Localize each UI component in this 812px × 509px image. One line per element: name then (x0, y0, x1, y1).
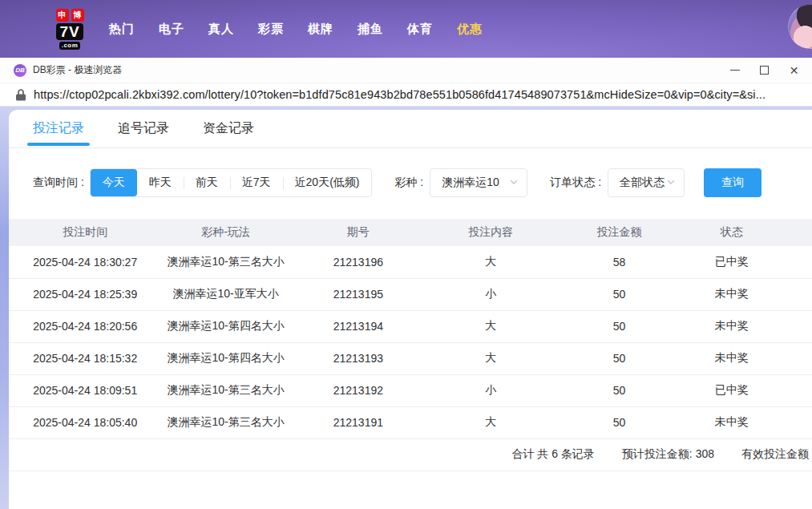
time-filter-group: 今天昨天前天近7天近20天(低频) (90, 168, 373, 197)
issue-cell: 21213192 (290, 374, 426, 406)
summary-total: 合计 共 6 条记录 (511, 447, 594, 462)
amount-cell: 58 (555, 246, 683, 278)
screen: 申 博 7V .com 热门电子真人彩票棋牌捕鱼体育优惠 DB DB彩票 - 极… (0, 0, 812, 509)
window-title: DB彩票 - 极速浏览器 (33, 63, 122, 77)
tab-bar: 投注记录追号记录资金记录 (9, 110, 812, 148)
status-cell: 未中奖 (684, 406, 780, 438)
table-body: 2025-04-24 18:30:27澳洲幸运10-第三名大小21213196大… (9, 246, 812, 438)
issue-cell: 21213191 (290, 406, 426, 438)
url-text[interactable]: https://ctop02pcali.2kbxi392.com/lottery… (34, 88, 766, 101)
play-cell: 澳洲幸运10-第三名大小 (161, 246, 289, 278)
column-header-1: 彩种-玩法 (161, 219, 289, 246)
time-cell: 2025-04-24 18:30:27 (9, 246, 161, 278)
table-row: 2025-04-24 18:20:56澳洲幸运10-第四名大小21213194大… (9, 310, 812, 342)
spacer-cell (780, 406, 812, 438)
table-row: 2025-04-24 18:30:27澳洲幸运10-第三名大小21213196大… (9, 246, 812, 278)
issue-cell: 21213196 (290, 246, 426, 278)
nav-item-chess[interactable]: 棋牌 (308, 22, 333, 37)
content-cell: 大 (426, 342, 555, 374)
time-option-2[interactable]: 前天 (184, 169, 230, 196)
column-header-3: 投注内容 (426, 219, 555, 246)
play-cell: 澳洲幸运10-第四名大小 (161, 342, 289, 374)
content-cell: 大 (426, 406, 555, 438)
spacer-cell (780, 246, 812, 278)
browser-favicon-icon: DB (14, 64, 26, 77)
status-select[interactable]: 全部状态 (608, 168, 685, 197)
nav-item-slots[interactable]: 电子 (159, 22, 184, 37)
site-header: 申 博 7V .com 热门电子真人彩票棋牌捕鱼体育优惠 (0, 0, 812, 58)
minimize-icon (730, 70, 740, 71)
amount-cell: 50 (555, 342, 683, 374)
time-cell: 2025-04-24 18:25:39 (9, 278, 161, 310)
logo-badges: 申 博 (56, 9, 84, 22)
spacer-cell (780, 278, 812, 310)
close-icon: ✕ (790, 65, 799, 76)
chevron-down-icon (509, 176, 519, 189)
content-cell: 大 (426, 310, 555, 342)
maximize-icon (760, 66, 769, 75)
status-cell: 未中奖 (684, 278, 780, 310)
column-header-2: 期号 (290, 219, 426, 246)
status-filter-label: 订单状态 : (550, 176, 601, 190)
logo-badge-left: 申 (56, 9, 69, 22)
minimize-button[interactable] (720, 58, 749, 83)
lock-icon (16, 89, 26, 101)
nav-item-sports[interactable]: 体育 (407, 22, 433, 37)
time-option-0[interactable]: 今天 (91, 169, 137, 196)
page-background: 投注记录追号记录资金记录 查询时间 : 今天昨天前天近7天近20天(低频) 彩种… (0, 107, 812, 509)
table-row: 2025-04-24 18:05:40澳洲幸运10-第三名大小21213191大… (9, 406, 812, 438)
time-cell: 2025-04-24 18:05:40 (9, 406, 161, 438)
lottery-filter-label: 彩种 : (394, 176, 423, 190)
status-cell: 已中奖 (684, 374, 780, 406)
main-nav: 热门电子真人彩票棋牌捕鱼体育优惠 (109, 22, 483, 37)
amount-cell: 50 (555, 374, 683, 406)
tab-chase-records[interactable]: 追号记录 (118, 110, 169, 147)
status-cell: 未中奖 (684, 310, 780, 342)
url-bar[interactable]: https://ctop02pcali.2kbxi392.com/lottery… (0, 83, 812, 107)
issue-cell: 21213194 (290, 310, 426, 342)
time-option-4[interactable]: 近20天(低频) (283, 169, 372, 196)
nav-item-fishing[interactable]: 捕鱼 (358, 22, 383, 37)
nav-item-hot[interactable]: 热门 (109, 22, 135, 37)
tab-fund-records[interactable]: 资金记录 (203, 110, 254, 147)
table-row: 2025-04-24 18:25:39澳洲幸运10-亚军大小21213195小5… (9, 278, 812, 310)
site-logo[interactable]: 申 博 7V .com (48, 9, 91, 50)
filters-bar: 查询时间 : 今天昨天前天近7天近20天(低频) 彩种 : 澳洲幸运10 订单状… (9, 148, 812, 219)
chevron-down-icon (666, 176, 676, 189)
column-header-spacer (780, 219, 812, 246)
amount-cell: 50 (555, 406, 683, 438)
summary-expected-amount: 预计投注金额: 308 (622, 447, 714, 462)
column-header-4: 投注金额 (555, 219, 683, 246)
status-cell: 已中奖 (684, 246, 780, 278)
play-cell: 澳洲幸运10-亚军大小 (161, 278, 289, 310)
spacer-cell (780, 342, 812, 374)
window-controls: ✕ (720, 58, 809, 83)
user-avatar[interactable] (788, 4, 812, 49)
content-cell: 小 (426, 374, 555, 406)
amount-cell: 50 (555, 278, 683, 310)
browser-titlebar: DB DB彩票 - 极速浏览器 ✕ (0, 58, 812, 83)
time-option-3[interactable]: 近7天 (230, 169, 283, 196)
summary-valid-amount: 有效投注金额 (741, 447, 809, 462)
content-cell: 大 (426, 246, 555, 278)
close-button[interactable]: ✕ (779, 58, 809, 83)
play-cell: 澳洲幸运10-第四名大小 (161, 310, 289, 342)
query-button[interactable]: 查询 (704, 168, 762, 197)
column-header-5: 状态 (684, 219, 780, 246)
lottery-select-value: 澳洲幸运10 (442, 176, 499, 190)
lottery-select[interactable]: 澳洲幸运10 (430, 168, 527, 197)
nav-item-live[interactable]: 真人 (208, 22, 234, 37)
play-cell: 澳洲幸运10-第三名大小 (161, 406, 289, 438)
bet-records-table: 投注时间彩种-玩法期号投注内容投注金额状态 2025-04-24 18:30:2… (9, 219, 812, 439)
content-cell: 小 (426, 278, 555, 310)
time-filter-label: 查询时间 : (33, 176, 84, 190)
logo-suffix: .com (59, 42, 81, 50)
tab-bet-records[interactable]: 投注记录 (33, 110, 84, 147)
time-option-1[interactable]: 昨天 (137, 169, 184, 196)
nav-item-promo[interactable]: 优惠 (457, 22, 483, 37)
status-cell: 未中奖 (684, 342, 780, 374)
summary-bar: 合计 共 6 条记录 预计投注金额: 308 有效投注金额 (9, 439, 812, 471)
time-cell: 2025-04-24 18:09:51 (9, 374, 161, 406)
maximize-button[interactable] (749, 58, 779, 83)
nav-item-lottery[interactable]: 彩票 (258, 22, 284, 37)
